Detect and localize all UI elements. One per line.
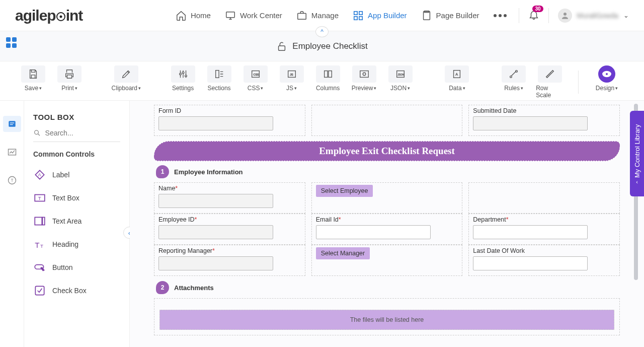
briefcase-icon bbox=[296, 10, 307, 21]
svg-text:CSS: CSS bbox=[253, 73, 259, 76]
field-select-employee[interactable]: Select Employee bbox=[311, 182, 463, 214]
tb-rowscale[interactable]: Row Scale bbox=[536, 65, 564, 99]
field-submitted[interactable]: Submitted Date bbox=[468, 105, 620, 136]
textbox-icon: T bbox=[33, 191, 46, 204]
person-icon bbox=[560, 11, 570, 20]
tool-checkbox[interactable]: Check Box bbox=[33, 279, 120, 302]
nav-manage[interactable]: Manage bbox=[296, 10, 339, 21]
field-name[interactable]: Name* bbox=[154, 182, 305, 214]
css-icon: CSS bbox=[250, 68, 261, 80]
svg-rect-9 bbox=[279, 46, 285, 50]
print-icon bbox=[64, 68, 75, 80]
tb-settings[interactable]: Settings bbox=[169, 65, 197, 92]
name-input[interactable] bbox=[158, 194, 273, 208]
tool-button[interactable]: Button bbox=[33, 256, 120, 279]
logo-dot-icon bbox=[56, 12, 65, 21]
nav-page-builder[interactable]: Page Builder bbox=[421, 10, 479, 21]
apps-grid-button[interactable] bbox=[6, 37, 17, 48]
svg-text:T: T bbox=[38, 195, 41, 201]
rail-form[interactable] bbox=[3, 116, 21, 132]
tb-clipboard[interactable]: Clipboard▾ bbox=[112, 65, 140, 92]
nav-app-builder[interactable]: App Builder bbox=[353, 10, 407, 21]
field-empty-2[interactable] bbox=[468, 182, 620, 214]
heading-icon: TT bbox=[33, 238, 46, 251]
tb-save[interactable]: Save▾ bbox=[19, 65, 47, 92]
textarea-icon bbox=[33, 215, 46, 228]
svg-point-12 bbox=[185, 75, 187, 77]
email-input[interactable] bbox=[316, 225, 431, 239]
nav-home[interactable]: Home bbox=[176, 10, 211, 21]
search-input[interactable] bbox=[45, 129, 120, 137]
svg-rect-19 bbox=[329, 71, 332, 78]
svg-point-26 bbox=[510, 76, 512, 78]
attachments-dropzone[interactable]: The files will be listed here bbox=[159, 310, 614, 330]
select-manager-button[interactable]: Select Manager bbox=[316, 247, 370, 259]
my-control-library-tab[interactable]: ‹ My Control Library bbox=[630, 111, 644, 196]
page-icon bbox=[421, 10, 432, 21]
dept-input[interactable] bbox=[473, 225, 588, 239]
text-icon: T bbox=[7, 175, 17, 185]
collapse-up-button[interactable]: ^ bbox=[315, 26, 329, 37]
section-1-header[interactable]: 1 Employee Information bbox=[156, 165, 620, 178]
field-select-manager[interactable]: Select Manager bbox=[311, 245, 463, 276]
nav-more[interactable] bbox=[494, 14, 507, 17]
tb-sections[interactable]: Sections bbox=[205, 65, 233, 92]
chart-icon bbox=[7, 147, 17, 157]
submitted-input[interactable] bbox=[473, 116, 588, 130]
divider bbox=[578, 71, 579, 94]
tool-label[interactable]: A Label bbox=[33, 163, 120, 186]
eye-icon bbox=[601, 68, 612, 80]
tb-rules[interactable]: Rules▾ bbox=[500, 65, 528, 92]
svg-rect-0 bbox=[226, 12, 235, 17]
field-lastdate[interactable]: Last Date Of Work bbox=[468, 245, 620, 276]
toolbox-title: TOOL BOX bbox=[33, 113, 120, 121]
field-empid[interactable]: Employee ID* bbox=[154, 214, 305, 245]
nav-work-center[interactable]: Work Center bbox=[225, 10, 282, 21]
svg-rect-4 bbox=[354, 16, 357, 19]
js-icon: JS bbox=[286, 68, 297, 80]
tb-data[interactable]: A Data▾ bbox=[443, 65, 471, 92]
svg-rect-40 bbox=[35, 217, 42, 225]
tb-js[interactable]: JS JS▾ bbox=[278, 65, 306, 92]
form-banner[interactable]: Employee Exit Checklist Request bbox=[154, 141, 620, 161]
repmgr-input[interactable] bbox=[158, 256, 273, 270]
field-email[interactable]: Email Id* bbox=[311, 214, 463, 245]
eye-icon bbox=[359, 68, 370, 80]
svg-point-21 bbox=[363, 73, 366, 76]
section-2-header[interactable]: 2 Attachments bbox=[156, 281, 620, 294]
notifications-button[interactable]: 30 bbox=[528, 9, 539, 22]
divider bbox=[519, 8, 519, 23]
formid-input[interactable] bbox=[158, 116, 273, 130]
tb-json[interactable]: JSON JSON▾ bbox=[386, 65, 415, 92]
username: MuraliGowda bbox=[577, 12, 618, 20]
search-icon bbox=[33, 128, 41, 137]
select-employee-button[interactable]: Select Employee bbox=[316, 185, 373, 197]
field-repmgr[interactable]: Reporting Manager* bbox=[154, 245, 305, 276]
columns-icon bbox=[323, 68, 334, 80]
chevron-down-icon: ⌄ bbox=[623, 12, 629, 19]
tb-print[interactable]: Print▾ bbox=[55, 65, 84, 92]
svg-rect-2 bbox=[354, 11, 357, 14]
svg-rect-20 bbox=[360, 71, 368, 78]
tb-css[interactable]: CSS CSS▾ bbox=[242, 65, 270, 92]
svg-rect-1 bbox=[298, 13, 306, 19]
tool-textarea[interactable]: Text Area bbox=[33, 210, 120, 233]
field-dept[interactable]: Department* bbox=[468, 214, 620, 245]
rail-text[interactable]: T bbox=[3, 172, 21, 188]
svg-text:A: A bbox=[38, 172, 41, 177]
field-attachments[interactable]: The files will be listed here bbox=[154, 298, 620, 335]
lastdate-input[interactable] bbox=[473, 256, 588, 270]
tb-design[interactable]: Design▾ bbox=[593, 65, 621, 92]
toolbox-search[interactable] bbox=[33, 128, 120, 142]
tb-preview[interactable]: Preview▾ bbox=[350, 65, 378, 92]
tool-textbox[interactable]: T Text Box bbox=[33, 186, 120, 210]
svg-rect-3 bbox=[359, 11, 362, 14]
empid-input[interactable] bbox=[158, 225, 273, 239]
rail-analytics[interactable] bbox=[3, 144, 21, 160]
avatar bbox=[558, 9, 572, 23]
user-menu[interactable]: MuraliGowda ⌄ bbox=[558, 9, 629, 23]
tb-columns[interactable]: Columns bbox=[314, 65, 342, 92]
field-empty-1[interactable] bbox=[311, 105, 463, 136]
field-formid[interactable]: Form ID bbox=[154, 105, 305, 136]
tool-heading[interactable]: TT Heading bbox=[33, 233, 120, 256]
